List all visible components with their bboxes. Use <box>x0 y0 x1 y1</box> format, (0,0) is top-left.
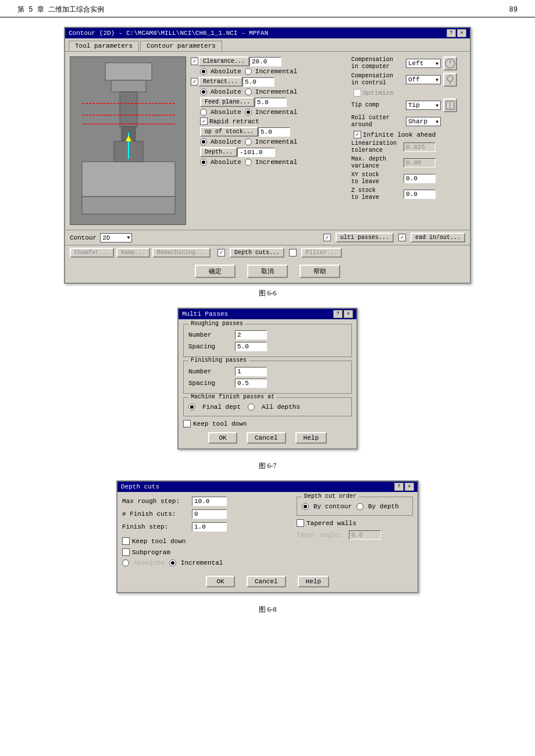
comp-control-icon[interactable] <box>443 73 457 87</box>
feedplane-input[interactable] <box>255 98 287 107</box>
fig68-ok-btn[interactable]: OK <box>206 576 235 587</box>
fig67-dialog: Multi Passes ? × Roughing passes Number … <box>177 308 358 450</box>
comp-computer-dropdown[interactable]: Left ▼ <box>406 59 441 68</box>
finishing-number-input[interactable] <box>235 367 267 376</box>
close-btn[interactable]: × <box>457 29 466 37</box>
multi-passes-checkbox[interactable] <box>323 234 331 241</box>
linearization-input[interactable] <box>404 142 436 152</box>
depth-cuts-btn[interactable]: Depth cuts... <box>230 248 284 258</box>
fig68-caption: 图 6-8 <box>35 605 500 615</box>
fig68-cancel-btn[interactable]: Cancel <box>247 576 286 587</box>
fig66-cancel-btn[interactable]: 取消 <box>247 265 288 278</box>
fig67-ok-btn[interactable]: OK <box>208 432 237 444</box>
fig66-ok-btn[interactable]: 确定 <box>195 265 236 278</box>
tip-comp-dropdown[interactable]: Tip ▼ <box>406 101 441 110</box>
help-btn[interactable]: ? <box>447 29 456 37</box>
retract-button[interactable]: Retract... <box>198 77 242 87</box>
fig68-title: Depth cuts <box>121 483 159 490</box>
subprogram-checkbox[interactable] <box>122 548 130 556</box>
finishing-spacing-input[interactable] <box>235 379 267 388</box>
clearance-input[interactable] <box>249 57 281 66</box>
depth-button[interactable]: Depth... <box>200 147 237 157</box>
fig67-cancel-btn[interactable]: Cancel <box>247 432 286 444</box>
tab-contour-parameters[interactable]: Contour parameters <box>140 41 222 51</box>
comp-control-row: Compensationin control Off ▼ <box>351 73 465 87</box>
finish-cuts-row: # Finish cuts: <box>122 509 287 519</box>
lead-inout-checkbox[interactable] <box>398 234 406 241</box>
depth-cuts-checkbox[interactable] <box>217 249 225 256</box>
tab-tool-parameters[interactable]: Tool parameters <box>69 41 139 51</box>
max-rough-label: Max rough step: <box>122 498 192 505</box>
feedplane-button[interactable]: Feed plane... <box>200 97 255 107</box>
keep-tool-checkbox2[interactable] <box>122 537 130 545</box>
remachining-btn[interactable]: Remachining... <box>152 248 211 258</box>
retract-incremental-radio[interactable] <box>245 88 252 95</box>
by-depth-radio[interactable] <box>356 503 363 510</box>
ramp-btn[interactable]: Ramp... <box>116 248 150 258</box>
by-contour-radio[interactable] <box>302 503 309 510</box>
finish-cuts-input[interactable] <box>192 509 227 519</box>
depth-input[interactable] <box>237 148 275 157</box>
inc-radio[interactable] <box>169 559 176 566</box>
z-stock-input[interactable] <box>404 190 436 199</box>
maxdepth-input[interactable] <box>404 158 436 167</box>
fig67-help-btn[interactable]: ? <box>333 310 343 318</box>
multi-passes-btn[interactable]: ulti passes... <box>336 233 394 243</box>
depth-incremental-radio[interactable] <box>245 159 252 166</box>
opstock-incremental-radio[interactable] <box>245 138 252 145</box>
keep-tool-row: Keep tool down <box>183 420 352 427</box>
opstock-button[interactable]: op of stock... <box>200 127 258 137</box>
comp-computer-row: Compensationin computer Left ▼ <box>351 56 465 70</box>
contour-dropdown[interactable]: 2D ▼ <box>100 233 132 243</box>
opstock-input[interactable] <box>258 127 290 137</box>
tapered-walls-checkbox[interactable] <box>297 519 304 527</box>
filter-btn[interactable]: Filter... <box>301 248 342 258</box>
clearance-checkbox[interactable] <box>191 58 198 65</box>
fig67-help-btn[interactable]: Help <box>295 432 327 444</box>
tip-comp-icon[interactable] <box>443 98 457 112</box>
retract-checkbox[interactable] <box>191 78 198 85</box>
clearance-absolute-radio[interactable] <box>200 68 207 75</box>
roll-cutter-dropdown[interactable]: Sharp ▼ <box>406 117 441 126</box>
xy-stock-row: XY stockto leave <box>351 172 465 186</box>
infinite-checkbox[interactable] <box>354 131 361 138</box>
final-dept-radio[interactable] <box>188 404 195 411</box>
lead-inout-btn[interactable]: ead in/out... <box>411 233 465 243</box>
abs-inc-row: Absolute Incremental <box>122 559 287 566</box>
fig68-help-btn[interactable]: ? <box>394 483 404 491</box>
fig67-caption: 图 6-7 <box>35 461 500 471</box>
by-depth-label: By depth <box>368 503 399 510</box>
fig68-close-btn[interactable]: × <box>405 483 414 491</box>
feedplane-incremental-radio[interactable] <box>245 109 252 116</box>
optimize-checkbox[interactable] <box>354 89 361 97</box>
fig67-close-btn[interactable]: × <box>344 310 353 318</box>
fig66-dialog: Contour (2D) - C:\MCAM8\MILL\NCI\CH6_1_1… <box>64 27 471 284</box>
opstock-absolute-radio[interactable] <box>200 138 207 145</box>
retract-input[interactable] <box>242 77 274 87</box>
finish-step-input[interactable] <box>192 522 227 532</box>
taper-angle-input[interactable] <box>349 530 381 540</box>
filter-checkbox[interactable] <box>289 249 297 256</box>
retract-absolute-radio[interactable] <box>200 88 207 95</box>
max-rough-input[interactable] <box>192 497 227 506</box>
chamfer-btn[interactable]: Chamfer... <box>70 248 114 258</box>
clearance-button[interactable]: Clearance... <box>198 56 249 66</box>
all-depths-radio[interactable] <box>248 404 255 411</box>
clearance-incremental-radio[interactable] <box>245 68 252 75</box>
feedplane-absolute-radio[interactable] <box>200 109 207 116</box>
keep-tool-checkbox[interactable] <box>183 420 191 427</box>
finishing-number-row: Number <box>188 367 347 376</box>
xy-stock-input[interactable] <box>404 174 436 183</box>
rapid-retract-checkbox[interactable] <box>200 117 208 125</box>
depth-absolute-radio[interactable] <box>200 159 207 166</box>
comp-computer-icon[interactable] <box>443 56 457 70</box>
abs-radio[interactable] <box>122 559 129 566</box>
comp-control-dropdown[interactable]: Off ▼ <box>406 75 441 84</box>
roughing-number-input[interactable] <box>235 330 267 340</box>
roughing-spacing-input[interactable] <box>235 342 267 351</box>
retract-row: Retract... <box>191 77 344 87</box>
fig66-help-btn[interactable]: 帮助 <box>299 265 340 278</box>
fig68-help-btn[interactable]: Help <box>298 576 329 587</box>
tip-comp-row: Tip comp Tip ▼ <box>351 98 465 112</box>
svg-point-15 <box>447 76 453 81</box>
